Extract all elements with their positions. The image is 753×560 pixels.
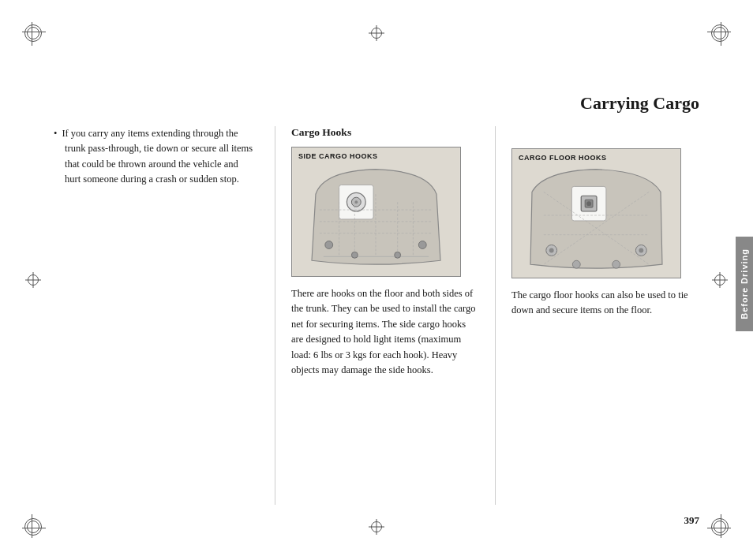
reg-circle-bl: [22, 516, 44, 538]
section-tab-label: Before Driving: [740, 248, 749, 319]
side-hooks-label: SIDE CARGO HOOKS: [298, 152, 378, 160]
svg-point-32: [613, 260, 620, 268]
bullet-item: If you carry any items extending through…: [54, 126, 256, 188]
page-number: 397: [684, 514, 700, 527]
svg-point-16: [351, 252, 358, 258]
cross-top-center: [369, 25, 384, 41]
cross-mid-right: [712, 272, 728, 288]
cross-mid-left: [25, 272, 41, 288]
section-tab: Before Driving: [736, 237, 753, 331]
side-hooks-svg: [292, 147, 460, 276]
floor-hooks-diagram: CARGO FLOOR HOOKS: [511, 148, 681, 278]
svg-point-17: [395, 252, 401, 258]
cargo-hooks-title: Cargo Hooks: [291, 126, 479, 139]
svg-point-15: [418, 241, 426, 249]
svg-point-30: [639, 248, 643, 252]
svg-point-28: [549, 248, 554, 252]
page-title: Carrying Cargo: [580, 93, 699, 114]
side-cargo-hooks-diagram: SIDE CARGO HOOKS: [291, 147, 461, 277]
floor-hooks-svg: [512, 149, 680, 278]
floor-hooks-body-text: The cargo floor hooks can also be used t…: [511, 288, 699, 319]
svg-point-5: [354, 200, 358, 203]
main-content: If you carry any items extending through…: [54, 126, 699, 505]
reg-circle-br: [709, 516, 731, 538]
middle-column: Cargo Hooks SIDE CARGO HOOKS: [275, 126, 495, 505]
cross-bottom-center: [369, 519, 384, 535]
left-column: If you carry any items extending through…: [54, 126, 275, 505]
svg-point-31: [572, 260, 580, 268]
floor-hooks-label: CARGO FLOOR HOOKS: [519, 154, 607, 162]
svg-point-22: [586, 201, 591, 206]
right-column: CARGO FLOOR HOOKS: [496, 126, 699, 505]
side-hooks-body-text: There are hooks on the floor and both si…: [291, 286, 479, 378]
reg-circle-tl: [22, 22, 44, 44]
page: Carrying Cargo Before Driving If you car…: [0, 0, 753, 560]
svg-point-14: [325, 241, 333, 249]
reg-circle-tr: [709, 22, 731, 44]
